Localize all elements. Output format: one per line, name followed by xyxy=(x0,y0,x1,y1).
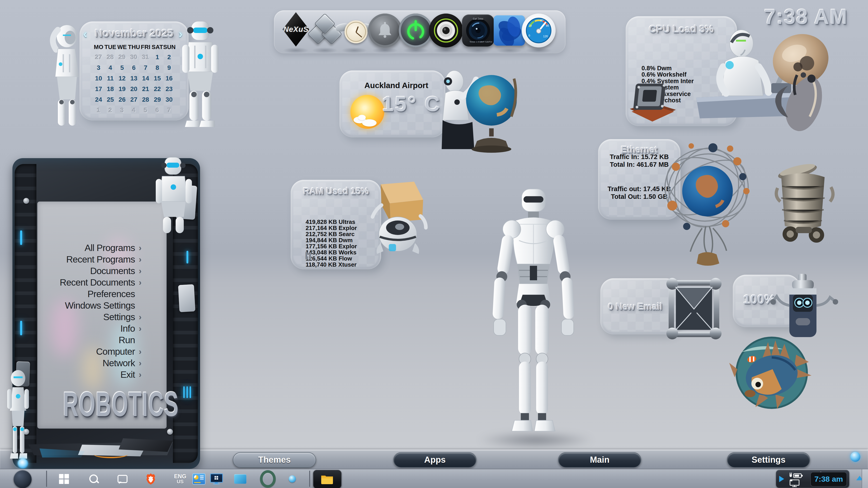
tray-clock[interactable]: 7:38 am xyxy=(810,472,847,487)
brave-icon[interactable] xyxy=(143,469,159,488)
calendar-day-cell[interactable]: 11 xyxy=(104,75,116,82)
system-tray[interactable]: 7:38 am xyxy=(776,470,849,488)
start-orb-button[interactable] xyxy=(13,470,32,488)
calendar-day-cell[interactable]: 27 xyxy=(128,96,140,103)
pause-control[interactable]: II xyxy=(305,250,312,262)
start-menu-item[interactable]: Settings › xyxy=(23,311,145,323)
calendar-day-cell[interactable]: 27 xyxy=(93,54,104,61)
sphere-icon[interactable] xyxy=(284,469,300,488)
start-menu-item[interactable]: Recent Programs › xyxy=(23,254,145,265)
calendar-grid: 2728293031123456789101112131415161718192… xyxy=(93,54,175,114)
control-panel-icon[interactable] xyxy=(191,469,207,488)
email-count-label: 0 New Email xyxy=(608,301,662,312)
calendar-day-cell[interactable]: 22 xyxy=(151,86,163,93)
calendar-day-cell[interactable]: 4 xyxy=(128,107,140,114)
search-icon[interactable] xyxy=(86,469,102,488)
taskbar: ENG US xyxy=(0,469,868,488)
calendar-day-cell[interactable]: 5 xyxy=(116,64,128,71)
start-menu-item[interactable]: Info › xyxy=(23,323,145,334)
language-line2: US xyxy=(174,479,186,484)
calendar-day-cell[interactable]: 12 xyxy=(116,75,128,82)
calendar-day-cell[interactable]: 5 xyxy=(140,107,151,114)
calendar-day-cell[interactable]: 30 xyxy=(128,54,140,61)
opera-ring-icon[interactable] xyxy=(260,469,276,488)
show-desktop-strip[interactable] xyxy=(862,469,868,488)
file-explorer-button[interactable] xyxy=(313,470,342,488)
dock-button-themes[interactable]: Themes xyxy=(233,452,316,468)
calendar-day-cell[interactable]: 3 xyxy=(93,64,104,71)
language-indicator[interactable]: ENG US xyxy=(172,469,188,488)
start-menu-item[interactable]: Run xyxy=(23,334,145,346)
ram-process-list: 419,828 KB Ultras217,164 KB Explor212,75… xyxy=(306,201,357,268)
dock-button-main[interactable]: Main xyxy=(558,452,641,468)
power-button-icon[interactable] xyxy=(399,13,433,47)
envelope-icon[interactable] xyxy=(662,274,725,344)
window-icon[interactable] xyxy=(232,469,248,488)
calendar-day-cell[interactable]: 13 xyxy=(128,75,140,82)
sun-icon xyxy=(350,95,384,129)
calendar-day-cell[interactable]: 6 xyxy=(128,64,140,71)
speaker-icon[interactable] xyxy=(429,13,463,47)
calendar-day-cell[interactable]: 10 xyxy=(93,75,104,82)
calendar-day-cell[interactable]: 19 xyxy=(116,86,128,93)
calendar-day-cell[interactable]: 7 xyxy=(140,64,151,71)
calendar-day-cell[interactable]: 24 xyxy=(93,96,104,103)
dock-button-settings[interactable]: Settings xyxy=(727,452,810,468)
calendar-day-cell[interactable]: 20 xyxy=(128,86,140,93)
ram-process: 118,740 KB Xtuser xyxy=(306,262,357,268)
ram-process: 143,048 KB Works xyxy=(306,250,357,256)
svg-text:Tessar 2.0/12: Tessar 2.0/12 xyxy=(469,41,482,43)
nexus-label: NeXuS xyxy=(283,25,308,34)
windows-start-icon[interactable] xyxy=(56,469,72,488)
calendar-day-cell[interactable]: 8 xyxy=(151,64,163,71)
ram-process: 126,544 KB Flow xyxy=(306,256,357,262)
calendar-day-cell[interactable]: 28 xyxy=(104,54,116,61)
speedometer-icon[interactable]: 0 20 60 80 120 xyxy=(522,13,556,47)
calendar-day-cell[interactable]: 17 xyxy=(93,86,104,93)
calendar-day-cell[interactable]: 31 xyxy=(140,54,151,61)
start-menu-item[interactable]: Preferences xyxy=(23,288,145,300)
tray-expand-icon[interactable] xyxy=(779,476,784,482)
glow-orb xyxy=(18,458,28,468)
svg-text:80: 80 xyxy=(546,24,549,27)
calendar-day-cell[interactable]: 6 xyxy=(151,107,163,114)
camera-lens-icon[interactable]: Carl Zeiss Tessar 2.0/12 5MP AutoFocus xyxy=(461,13,495,47)
calendar-day-header: THU xyxy=(128,43,140,51)
calendar-day-cell[interactable]: 14 xyxy=(140,75,151,82)
start-menu-item[interactable]: Computer › xyxy=(23,346,145,357)
humanoid-robot-image xyxy=(470,184,597,451)
network-icon[interactable] xyxy=(788,479,801,487)
calendar-day-cell[interactable]: 25 xyxy=(104,96,116,103)
start-menu-item-label: Recent Programs xyxy=(66,254,135,265)
start-menu-item[interactable]: Documents › xyxy=(23,265,145,277)
start-menu-item[interactable]: Network › xyxy=(23,357,145,369)
dock-button-apps[interactable]: Apps xyxy=(393,452,476,468)
calendar-day-cell[interactable]: 4 xyxy=(104,64,116,71)
monitor-icon[interactable] xyxy=(209,469,224,488)
calendar-day-cell[interactable]: 29 xyxy=(151,96,163,103)
calendar-day-header: SAT xyxy=(151,43,163,51)
calendar-day-cell[interactable]: 2 xyxy=(104,107,116,114)
calendar-day-cell[interactable]: 1 xyxy=(151,54,163,61)
power-battery-icon[interactable] xyxy=(788,472,810,479)
dock-orb-button[interactable] xyxy=(850,452,860,462)
start-menu-item[interactable]: Windows Settings xyxy=(23,300,145,311)
calendar-day-cell[interactable]: 29 xyxy=(116,54,128,61)
notification-bell-icon[interactable] xyxy=(368,13,402,47)
calendar-day-cell[interactable]: 28 xyxy=(140,96,151,103)
calendar-day-cell[interactable]: 3 xyxy=(116,107,128,114)
windows-11-icon[interactable] xyxy=(492,13,526,47)
svg-text:20: 20 xyxy=(528,24,532,27)
start-menu-item[interactable]: Recent Documents › xyxy=(23,277,145,288)
winged-clock-icon[interactable] xyxy=(337,13,371,47)
chat-icon[interactable] xyxy=(114,469,130,488)
start-menu-item[interactable]: Exit › xyxy=(23,369,145,381)
start-menu-item[interactable]: All Programs › xyxy=(23,242,145,254)
language-line1: ENG xyxy=(174,474,186,479)
battery-robot-image xyxy=(769,273,843,341)
calendar-day-cell[interactable]: 26 xyxy=(116,96,128,103)
calendar-day-cell[interactable]: 1 xyxy=(93,107,104,114)
calendar-day-cell[interactable]: 15 xyxy=(151,75,163,82)
calendar-day-cell[interactable]: 21 xyxy=(140,86,151,93)
calendar-day-cell[interactable]: 18 xyxy=(104,86,116,93)
